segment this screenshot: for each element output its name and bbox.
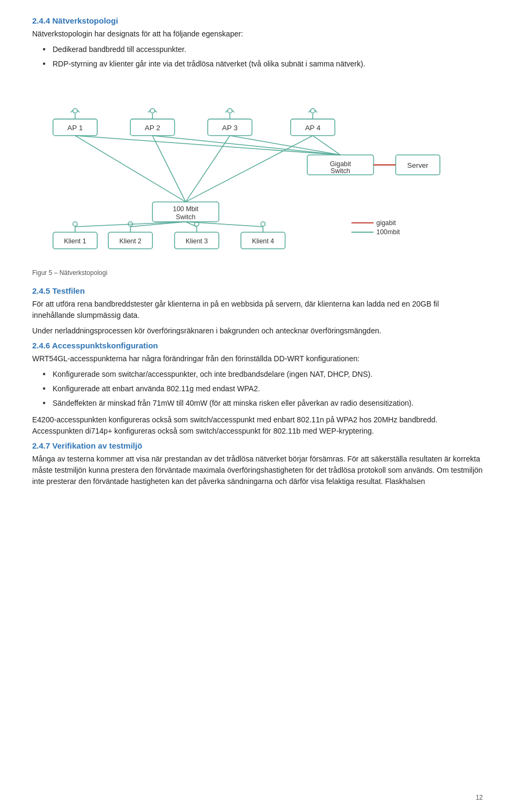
svg-text:Klient 4: Klient 4: [252, 237, 274, 245]
network-diagram: AP 1 AP 2 AP 3 AP 4 Gigabit Switch S: [32, 80, 483, 263]
section-244-bullets: Dedikerad bandbredd till accesspunkter. …: [43, 44, 483, 70]
svg-text:Klient 3: Klient 3: [186, 237, 208, 245]
section-245-text1: För att utföra rena bandbreddstester går…: [32, 299, 483, 321]
svg-text:AP 2: AP 2: [145, 124, 160, 132]
page-number: 12: [476, 794, 483, 801]
svg-line-30: [75, 136, 341, 155]
svg-point-9: [150, 109, 154, 113]
svg-point-15: [227, 109, 232, 113]
svg-point-44: [73, 222, 77, 226]
section-244-title: 2.4.4 Nätverkstopologi: [32, 16, 483, 25]
section-244-intro: Nätverkstopologin har designats för att …: [32, 28, 483, 40]
svg-text:gigabit: gigabit: [377, 219, 396, 227]
section-247-title: 2.4.7 Verifikation av testmiljö: [32, 441, 483, 450]
section-246-title: 2.4.6 Accesspunktskonfiguration: [32, 341, 483, 350]
svg-text:Switch: Switch: [330, 167, 350, 175]
bullet-item: Konfigurerade som switchar/accesspunkter…: [43, 369, 483, 380]
section-245-title: 2.4.5 Testfilen: [32, 286, 483, 295]
svg-text:AP 1: AP 1: [68, 124, 83, 132]
svg-point-3: [73, 109, 77, 113]
bullet-item: Konfigurerade att enbart använda 802.11g…: [43, 383, 483, 394]
bullet-item: RDP-styrning av klienter går inte via de…: [43, 58, 483, 70]
fig-caption: Figur 5 – Nätverkstopologi: [32, 268, 483, 278]
section-246-text2: E4200-accesspunkten konfigureras också s…: [32, 414, 483, 437]
topology-svg: AP 1 AP 2 AP 3 AP 4 Gigabit Switch S: [32, 80, 483, 263]
svg-text:AP 3: AP 3: [222, 124, 238, 132]
svg-line-33: [313, 136, 341, 155]
svg-text:AP 4: AP 4: [305, 124, 321, 132]
svg-text:100mbit: 100mbit: [377, 228, 401, 236]
section-246-bullets: Konfigurerade som switchar/accesspunkter…: [43, 369, 483, 409]
svg-text:Klient 2: Klient 2: [119, 237, 141, 245]
svg-point-21: [311, 109, 315, 113]
bullet-item: Sändeffekten är minskad från 71mW till 4…: [43, 398, 483, 409]
section-247-text1: Många av testerna kommer att visa när pr…: [32, 453, 483, 487]
svg-text:Klient 1: Klient 1: [64, 237, 86, 245]
section-245-text2: Under nerladdningsprocessen kör överföri…: [32, 325, 483, 337]
svg-text:Gigabit: Gigabit: [330, 160, 351, 168]
svg-text:Switch: Switch: [176, 213, 196, 221]
svg-text:100 Mbit: 100 Mbit: [173, 205, 198, 213]
bullet-item: Dedikerad bandbredd till accesspunkter.: [43, 44, 483, 55]
svg-text:Server: Server: [407, 161, 429, 169]
svg-point-56: [261, 222, 265, 226]
section-246-intro: WRT54GL-accesspunkterna har några föränd…: [32, 353, 483, 364]
